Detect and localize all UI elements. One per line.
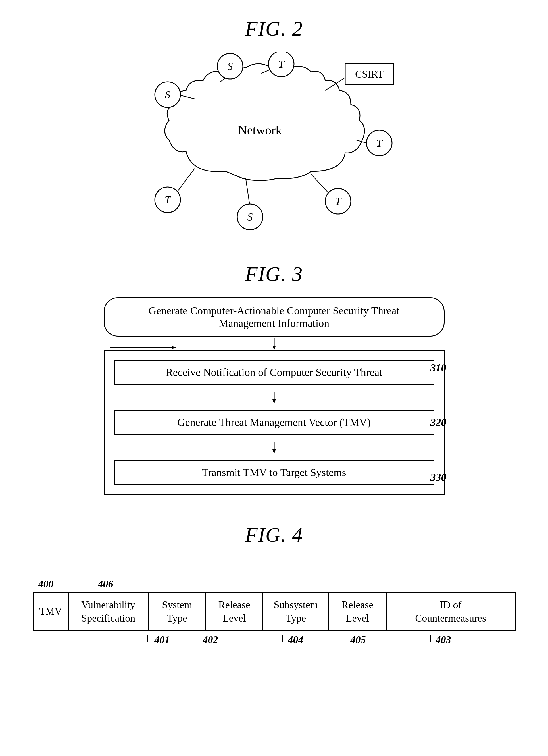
svg-line-10 <box>311 174 329 194</box>
col-tmv: TMV <box>33 593 68 631</box>
svg-text:T: T <box>278 58 285 70</box>
fig2-section: FIG. 2 Network CSIRT <box>23 17 525 245</box>
step330-text: Transmit TMV to Target Systems <box>202 466 346 478</box>
release-level2-label: ReleaseLevel <box>341 599 373 624</box>
svg-marker-30 <box>273 399 276 404</box>
svg-text:Network: Network <box>238 123 282 137</box>
step320-text: Generate Threat Management Vector (TMV) <box>177 416 370 428</box>
generate-box-container: Generate Computer-Actionable Computer Se… <box>104 297 445 337</box>
col-vulnerability: VulnerabilitySpecification <box>68 593 148 631</box>
fig4-title: FIG. 4 <box>245 523 303 547</box>
svg-line-9 <box>246 178 250 207</box>
steps-container: Receive Notification of Computer Securit… <box>104 350 445 495</box>
id-countermeasures-label: ID ofCountermeasures <box>415 599 486 624</box>
step320-box: Generate Threat Management Vector (TMV) <box>114 410 434 435</box>
label-400: 400 <box>38 578 54 590</box>
svg-text:S: S <box>227 60 233 72</box>
tmv-label: TMV <box>39 606 62 617</box>
col-id-countermeasures: ID ofCountermeasures <box>386 593 515 631</box>
step310-label: 310 <box>430 362 447 374</box>
col-subsystem-type: SubsystemType <box>263 593 329 631</box>
svg-text:T: T <box>335 195 342 207</box>
label-401: 401 <box>144 634 170 647</box>
fig3-section: FIG. 3 Generate Computer-Actionable Comp… <box>23 262 525 495</box>
label-402: 402 <box>192 634 218 647</box>
generate-box-text: Generate Computer-Actionable Computer Se… <box>149 305 399 329</box>
step330-box: Transmit TMV to Target Systems <box>114 460 434 485</box>
svg-text:CSIRT: CSIRT <box>355 68 383 80</box>
subsystem-type-label: SubsystemType <box>274 599 318 624</box>
generate-box: Generate Computer-Actionable Computer Se… <box>104 297 445 337</box>
fig4-section: FIG. 4 400 406 TMV VulnerabilitySpecific… <box>23 523 525 658</box>
tmv-table: TMV VulnerabilitySpecification SystemTyp… <box>33 592 516 631</box>
svg-text:S: S <box>247 211 253 223</box>
svg-text:T: T <box>376 137 383 149</box>
fig2-title: FIG. 2 <box>245 17 303 41</box>
fig4-diagram: 400 406 TMV VulnerabilitySpecification S… <box>33 575 516 658</box>
step310-text: Receive Notification of Computer Securit… <box>166 366 382 378</box>
step310-row: Receive Notification of Computer Securit… <box>105 351 444 385</box>
fig2-diagram: Network CSIRT <box>118 52 430 245</box>
system-type-label: SystemType <box>162 599 192 624</box>
svg-text:T: T <box>165 194 171 206</box>
svg-line-8 <box>178 169 195 191</box>
step330-row: Transmit TMV to Target Systems 330 <box>105 460 444 494</box>
label-406: 406 <box>98 578 113 590</box>
fig3-title: FIG. 3 <box>245 262 303 286</box>
col-release-level1: ReleaseLevel <box>206 593 263 631</box>
svg-marker-28 <box>172 346 176 349</box>
step320-label: 320 <box>430 416 447 429</box>
col-system-type: SystemType <box>148 593 206 631</box>
arrow-310-320 <box>105 389 444 406</box>
step330-label: 330 <box>430 471 447 483</box>
step320-row: Generate Threat Management Vector (TMV) … <box>105 410 444 435</box>
label-405: 405 <box>328 634 366 647</box>
label-403: 403 <box>413 634 451 647</box>
label-404: 404 <box>266 634 303 647</box>
svg-marker-32 <box>273 449 276 454</box>
col-release-level2: ReleaseLevel <box>329 593 386 631</box>
step310-box: Receive Notification of Computer Securit… <box>114 360 434 385</box>
arrow-320-330 <box>105 439 444 456</box>
release-level1-label: ReleaseLevel <box>219 599 250 624</box>
page: FIG. 2 Network CSIRT <box>0 0 548 756</box>
svg-marker-26 <box>273 346 276 350</box>
svg-text:S: S <box>165 89 170 101</box>
vulnerability-label: VulnerabilitySpecification <box>81 599 135 624</box>
fig3-flow-diagram: Generate Computer-Actionable Computer Se… <box>104 297 445 495</box>
